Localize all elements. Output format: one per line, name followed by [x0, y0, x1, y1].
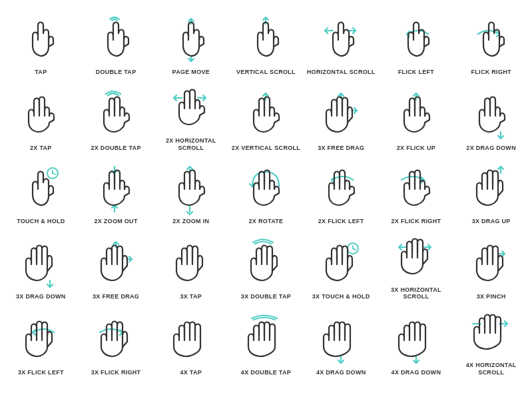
svg-line-25: [353, 248, 356, 250]
gesture-label-2x-zoom-in: 2X ZOOM IN: [172, 218, 209, 225]
gesture-icon-2x-flick-left: [318, 166, 364, 214]
gesture-icon-touch-hold: [17, 166, 64, 214]
gesture-label-3x-pinch: 3X PINCH: [477, 293, 506, 300]
gesture-label-3x-horizontal-scroll: 3X HORIZONTAL SCROLL: [382, 286, 451, 301]
gesture-icon-flick-right: [468, 17, 515, 65]
gesture-item-3x-flick-left: 3X FLICK LEFT: [3, 304, 79, 380]
gesture-icon-3x-free-drag: [318, 93, 364, 141]
gesture-icon-2x-flick-right: [393, 166, 439, 214]
gesture-item-2x-flick-right: 2X FLICK RIGHT: [379, 156, 454, 229]
gesture-label-2x-horizontal-scroll: 2X HORIZONTAL SCROLL: [156, 137, 226, 152]
gesture-icon-tap: [17, 17, 64, 65]
gesture-label-2x-drag-down: 2X DRAG DOWN: [466, 145, 516, 152]
gesture-icon-3x-drag-up: [468, 166, 515, 214]
gesture-item-4x-drag-down2: 4X DRAG DOWN: [379, 304, 454, 380]
gesture-label-2x-vertical-scroll: 2X VERTICAL SCROLL: [232, 145, 300, 152]
gesture-item-flick-left: FLICK LEFT: [379, 7, 454, 80]
gesture-label-3x-drag-up: 3X DRAG UP: [472, 218, 511, 225]
gesture-item-2x-flick-up: 2X FLICK UP: [379, 80, 454, 156]
gesture-icon-2x-double-tap: [93, 93, 139, 141]
gesture-item-touch-hold: TOUCH & HOLD: [3, 156, 79, 229]
gesture-item-4x-horizontal-scroll: 4X HORIZONTAL SCROLL: [453, 304, 529, 380]
gesture-icon-4x-drag-down: [318, 317, 364, 365]
gesture-label-flick-right: FLICK RIGHT: [471, 69, 511, 76]
gesture-label-2x-rotate: 2X ROTATE: [249, 218, 284, 225]
gesture-icon-2x-zoom-in: [168, 166, 214, 214]
gesture-icon-2x-flick-up: [393, 93, 439, 141]
gesture-item-2x-double-tap: 2X DOUBLE TAP: [79, 80, 154, 156]
gesture-grid: TAP DOUBLE TAP: [0, 0, 532, 387]
gesture-icon-4x-drag-down2: [393, 317, 439, 365]
gesture-label-flick-left: FLICK LEFT: [398, 69, 435, 76]
gesture-icon-horizontal-scroll: [318, 17, 364, 65]
gesture-icon-3x-horizontal-scroll: [393, 234, 439, 282]
gesture-item-2x-tap: 2X TAP: [3, 80, 79, 156]
gesture-item-2x-horizontal-scroll: 2X HORIZONTAL SCROLL: [153, 80, 228, 156]
gesture-item-3x-drag-down: 3X DRAG DOWN: [3, 229, 79, 305]
gesture-icon-3x-tap: [168, 241, 214, 289]
gesture-label-3x-double-tap: 3X DOUBLE TAP: [241, 293, 291, 300]
gesture-icon-2x-drag-down: [468, 93, 515, 141]
gesture-label-4x-drag-down: 4X DRAG DOWN: [316, 369, 366, 376]
gesture-item-double-tap: DOUBLE TAP: [79, 7, 154, 80]
gesture-label-2x-double-tap: 2X DOUBLE TAP: [91, 145, 140, 152]
gesture-label-page-move: PAGE MOVE: [172, 69, 210, 76]
gesture-label-vertical-scroll: VERTICAL SCROLL: [236, 69, 296, 76]
svg-line-14: [53, 173, 55, 175]
gesture-label-2x-flick-left: 2X FLICK LEFT: [318, 218, 364, 225]
gesture-item-3x-pinch: 3X PINCH: [453, 229, 529, 305]
gesture-icon-2x-vertical-scroll: [242, 93, 289, 141]
gesture-icon-2x-zoom-out: [93, 166, 139, 214]
gesture-icon-2x-tap: [17, 93, 64, 141]
gesture-label-2x-tap: 2X TAP: [30, 145, 52, 152]
gesture-icon-3x-flick-right: [93, 317, 139, 365]
gesture-icon-3x-touch-hold: [318, 241, 364, 289]
gesture-icon-2x-horizontal-scroll: [168, 85, 214, 133]
gesture-label-touch-hold: TOUCH & HOLD: [17, 218, 65, 225]
gesture-label-double-tap: DOUBLE TAP: [96, 69, 136, 76]
gesture-label-3x-drag-down: 3X DRAG DOWN: [16, 293, 66, 300]
gesture-icon-4x-horizontal-scroll: [468, 310, 515, 358]
gesture-item-2x-vertical-scroll: 2X VERTICAL SCROLL: [228, 80, 304, 156]
gesture-icon-4x-double-tap: [242, 317, 289, 365]
gesture-icon-3x-pinch: [468, 241, 515, 289]
gesture-item-3x-free-drag: 3X FREE DRAG: [304, 80, 379, 156]
gesture-label-3x-free-drag2: 3X FREE DRAG: [93, 293, 139, 300]
gesture-item-3x-touch-hold: 3X TOUCH & HOLD: [304, 229, 379, 305]
gesture-label-2x-zoom-out: 2X ZOOM OUT: [94, 218, 137, 225]
gesture-item-2x-zoom-in: 2X ZOOM IN: [153, 156, 228, 229]
gesture-item-horizontal-scroll: HORIZONTAL SCROLL: [304, 7, 379, 80]
gesture-label-4x-double-tap: 4X DOUBLE TAP: [241, 369, 291, 376]
gesture-item-3x-flick-right: 3X FLICK RIGHT: [79, 304, 154, 380]
gesture-item-3x-double-tap: 3X DOUBLE TAP: [228, 229, 304, 305]
gesture-item-3x-tap: 3X TAP: [153, 229, 228, 305]
gesture-label-horizontal-scroll: HORIZONTAL SCROLL: [307, 69, 376, 76]
gesture-icon-3x-drag-down: [17, 241, 64, 289]
gesture-icon-page-move: [168, 17, 214, 65]
gesture-item-vertical-scroll: VERTICAL SCROLL: [228, 7, 304, 80]
gesture-item-3x-drag-up: 3X DRAG UP: [453, 156, 529, 229]
gesture-icon-vertical-scroll: [242, 17, 289, 65]
gesture-item-4x-tap: 4X TAP: [153, 304, 228, 380]
gesture-icon-3x-double-tap: [242, 241, 289, 289]
gesture-label-4x-tap: 4X TAP: [180, 369, 202, 376]
gesture-item-2x-drag-down: 2X DRAG DOWN: [453, 80, 529, 156]
gesture-label-4x-drag-down2: 4X DRAG DOWN: [392, 369, 441, 376]
gesture-item-2x-zoom-out: 2X ZOOM OUT: [79, 156, 154, 229]
gesture-label-tap: TAP: [35, 69, 47, 76]
gesture-label-3x-free-drag: 3X FREE DRAG: [318, 145, 364, 152]
gesture-item-page-move: PAGE MOVE: [153, 7, 228, 80]
gesture-item-4x-double-tap: 4X DOUBLE TAP: [228, 304, 304, 380]
gesture-label-2x-flick-right: 2X FLICK RIGHT: [392, 218, 441, 225]
gesture-item-2x-flick-left: 2X FLICK LEFT: [304, 156, 379, 229]
gesture-label-3x-touch-hold: 3X TOUCH & HOLD: [312, 293, 370, 300]
gesture-label-3x-flick-left: 3X FLICK LEFT: [18, 369, 64, 376]
gesture-item-tap: TAP: [3, 7, 79, 80]
gesture-item-3x-free-drag2: 3X FREE DRAG: [79, 229, 154, 305]
gesture-label-3x-tap: 3X TAP: [180, 293, 202, 300]
gesture-item-flick-right: FLICK RIGHT: [453, 7, 529, 80]
gesture-icon-double-tap: [93, 17, 139, 65]
gesture-label-2x-flick-up: 2X FLICK UP: [397, 145, 435, 152]
gesture-item-4x-drag-down: 4X DRAG DOWN: [304, 304, 379, 380]
gesture-item-3x-horizontal-scroll: 3X HORIZONTAL SCROLL: [379, 229, 454, 305]
